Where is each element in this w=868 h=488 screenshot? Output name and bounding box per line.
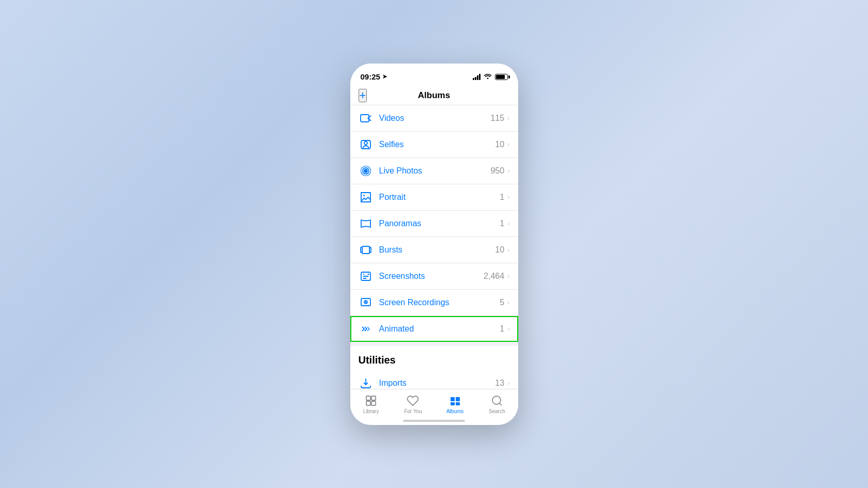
animated-list-item[interactable]: Animated 1 › [350,316,518,342]
tab-label: Albums [446,408,463,414]
list-item[interactable]: Videos 115 › [350,105,518,132]
list-item[interactable]: Bursts 10 › [350,237,518,263]
list-item[interactable]: Live Photos 950 › [350,158,518,184]
item-label: Screenshots [379,272,484,281]
status-icons [473,73,508,81]
item-count: 950 [490,166,504,176]
item-label: Portrait [379,193,500,202]
svg-point-10 [367,273,369,275]
home-bar [403,420,465,422]
item-count: 10 [495,245,504,255]
list-item[interactable]: Screenshots 2,464 › [350,263,518,290]
chevron-icon: › [507,219,509,227]
media-types-section: Videos 115 › Selfies 10 › [350,105,518,342]
item-label: Panoramas [379,219,500,228]
utilities-section: Utilities Imports 13 › [350,346,518,389]
video-icon [359,111,373,125]
svg-line-25 [500,403,502,405]
svg-rect-23 [456,402,460,405]
tab-label: Library [363,408,379,414]
list-item[interactable]: Panoramas 1 › [350,211,518,237]
svg-rect-18 [366,401,370,405]
add-album-button[interactable]: + [359,89,367,102]
tab-library[interactable]: Library [350,394,392,414]
item-count: 1 [500,324,504,334]
list-item[interactable]: Portrait 1 › [350,184,518,211]
tab-label: For You [404,408,422,414]
location-arrow-icon: ➤ [382,73,387,80]
item-label: Videos [379,114,491,123]
chevron-icon: › [507,193,509,201]
item-count: 5 [500,298,504,307]
list-item[interactable]: Selfies 10 › [350,132,518,158]
burst-icon [359,243,373,257]
for-you-tab-icon [406,394,420,407]
albums-tab-icon [448,394,462,407]
item-count: 2,464 [484,272,504,281]
svg-rect-17 [371,396,376,400]
item-label: Animated [379,324,500,334]
tab-albums[interactable]: Albums [434,394,476,414]
item-label: Screen Recordings [379,298,500,307]
svg-rect-20 [451,397,455,401]
item-label: Imports [379,379,495,388]
home-indicator [350,418,518,425]
chevron-icon: › [507,272,509,280]
svg-point-13 [365,301,366,303]
portrait-icon [359,190,373,204]
page-title: Albums [418,90,450,101]
item-count: 10 [495,140,504,149]
tab-label: Search [489,408,505,414]
status-time: 09:25 ➤ [361,72,387,81]
library-tab-icon [364,394,378,407]
battery-icon [495,74,508,80]
chevron-icon: › [507,325,509,333]
panorama-icon [359,216,373,231]
chevron-icon: › [507,298,509,306]
item-count: 115 [490,114,504,123]
time-display: 09:25 [361,72,380,81]
utilities-header: Utilities [350,346,518,370]
chevron-icon: › [507,167,509,175]
svg-rect-22 [451,402,455,405]
list-item[interactable]: Imports 13 › [350,370,518,389]
svg-point-3 [364,169,367,172]
chevron-icon: › [507,140,509,148]
status-bar: 09:25 ➤ [350,64,518,86]
tab-for-you[interactable]: For You [392,394,434,414]
svg-point-1 [364,141,367,145]
item-label: Bursts [379,245,495,255]
svg-rect-16 [366,396,370,400]
tab-search[interactable]: Search [476,394,518,414]
svg-rect-7 [361,247,362,253]
item-count: 1 [500,193,504,202]
svg-rect-6 [362,246,369,254]
svg-rect-19 [371,401,376,405]
screenshot-icon [359,269,373,284]
phone-frame: 09:25 ➤ + Albums [350,64,518,425]
item-count: 13 [495,379,504,388]
svg-point-24 [492,396,501,404]
wifi-icon [484,73,492,81]
svg-rect-8 [369,247,371,253]
item-label: Live Photos [379,166,491,176]
svg-rect-21 [456,397,460,401]
item-count: 1 [500,219,504,228]
chevron-icon: › [507,379,509,387]
chevron-icon: › [507,246,509,254]
nav-header: + Albums [350,86,518,105]
screen-recording-icon [359,295,373,310]
selfie-icon [359,137,373,152]
item-label: Selfies [379,140,495,149]
import-icon [359,376,373,389]
tab-bar: Library For You Albums [350,389,518,418]
list-item[interactable]: Screen Recordings 5 › [350,290,518,316]
search-tab-icon [490,394,504,407]
content-area[interactable]: Videos 115 › Selfies 10 › [350,105,518,389]
live-photos-icon [359,164,373,178]
animated-icon [359,322,373,336]
signal-icon [473,74,481,80]
chevron-icon: › [507,114,509,122]
